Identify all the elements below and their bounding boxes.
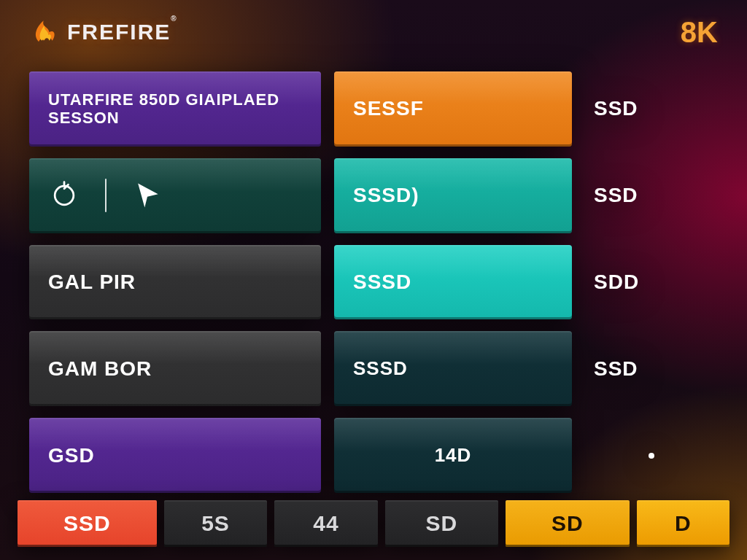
row-label-text: GSD [48,444,95,467]
row-side-text: SSD [594,357,638,381]
dot-icon [649,453,654,459]
row-value-text: SSSD) [353,184,419,207]
tab-5s[interactable]: 5S [164,500,267,547]
header: FREFIRE® 8K [0,12,747,52]
tab-sd-1[interactable]: SD [385,500,499,547]
row-value-text: SSSD [353,271,411,294]
row-side-text: SDD [594,271,639,294]
brand-text: FREFIRE® [67,20,177,44]
row-value[interactable]: SSSD) [334,158,572,233]
bottom-tabs: SSD 5S 44 SD SD D [18,500,729,547]
row-label[interactable]: GAL PIR [29,245,321,320]
quality-badge: 8K [681,16,718,49]
icon-toolbar [29,158,321,233]
row-side: SSD [585,71,718,147]
flame-logo-icon [29,17,60,47]
row-side: SDD [585,245,718,320]
tab-ssd[interactable]: SSD [18,500,157,547]
row-side: SSD [585,158,718,233]
row-value[interactable]: SSSD [334,245,572,320]
row-value[interactable]: 14D [334,418,572,493]
brand-name: FREFIRE [67,20,171,44]
tab-label: 5S [201,511,230,536]
row-value[interactable]: SESSF [334,71,572,147]
row-side-text: SSD [594,97,638,120]
tab-label: SD [551,511,584,536]
row-value-text: SSSD [353,357,408,380]
divider [105,179,107,212]
refresh-icon[interactable] [48,179,80,211]
row-value[interactable]: SSSD [334,331,572,406]
tab-label: SSD [63,511,111,536]
tab-label: D [675,511,692,536]
row-value-text: SESSF [353,97,424,120]
brand-reg: ® [171,15,176,23]
row-side: SSD [585,331,718,406]
row-side-text: SSD [594,184,638,207]
brand: FREFIRE® [29,17,177,47]
row-side-dot [585,418,718,493]
row-label[interactable]: GSD [29,418,321,493]
tab-sd-2[interactable]: SD [506,500,630,547]
row-value-text: 14D [435,444,472,467]
cursor-icon[interactable] [131,179,163,211]
tab-d[interactable]: D [637,500,729,547]
row-label[interactable]: GAM BOR [29,331,321,406]
row-title-text: UTARFIRE 850D GIAIPLAED SESSON [48,90,302,128]
tab-label: 44 [313,511,338,536]
row-title[interactable]: UTARFIRE 850D GIAIPLAED SESSON [29,71,321,147]
row-label-text: GAM BOR [48,357,152,381]
tab-label: SD [426,511,458,536]
row-label-text: GAL PIR [48,271,136,294]
tab-44[interactable]: 44 [274,500,377,547]
scoreboard: UTARFIRE 850D GIAIPLAED SESSON SESSF SSD… [29,71,718,493]
